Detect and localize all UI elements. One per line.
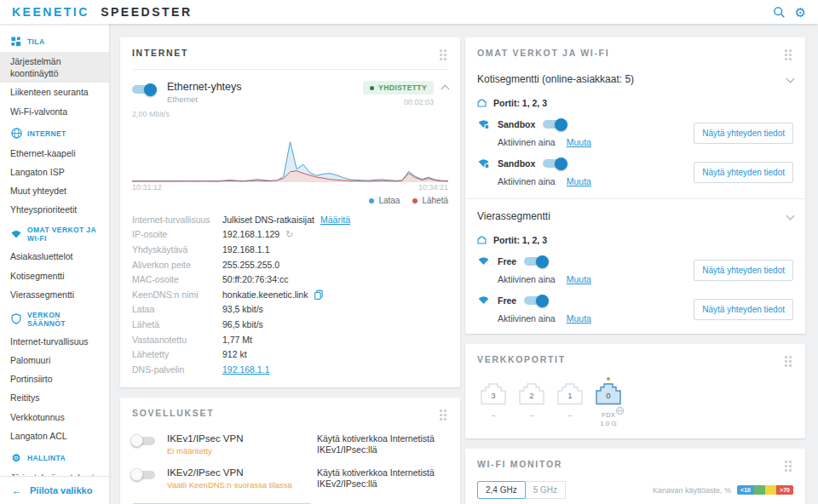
- drag-handle-icon[interactable]: [438, 408, 448, 422]
- drag-handle-icon[interactable]: [783, 459, 793, 473]
- sidebar-item-asiakasluettelot[interactable]: Asiakasluettelot: [0, 247, 109, 266]
- show-connection-details-button[interactable]: Näytä yhteyden tiedot: [694, 123, 793, 144]
- internet-card: INTERNET Ethernet-yhteys Ethernet: [120, 37, 460, 387]
- detail-value-link[interactable]: 192.168.1.1: [222, 364, 269, 375]
- detail-row-internet-turvallisuus: Internet-turvallisuusJulkiset DNS-ratkai…: [132, 212, 448, 227]
- collapse-menu-button[interactable]: ← Piilota valikko: [0, 476, 109, 504]
- detail-row-aliverkon-peite: Aliverkon peite255.255.255.0: [132, 257, 448, 272]
- detail-value: 93,5 kbit/s: [222, 304, 263, 314]
- sidebar-item-yhteysprioriteetit[interactable]: Yhteysprioriteetit: [0, 200, 109, 219]
- sidebar-item-internet-turvallisuus[interactable]: Internet-turvallisuus: [0, 332, 109, 351]
- drag-handle-icon[interactable]: [438, 48, 448, 62]
- detail-row-l-het: Lähetä96,5 kbit/s: [132, 317, 448, 332]
- sidebar-item-reititys[interactable]: Reititys: [0, 388, 109, 407]
- m-rit-link[interactable]: Määritä: [320, 215, 350, 225]
- chevron-down-icon[interactable]: [786, 74, 795, 83]
- chevron-down-icon[interactable]: [786, 211, 795, 220]
- connection-details-list: Internet-turvallisuusJulkiset DNS-ratkai…: [132, 212, 448, 377]
- network-sandbox: SandboxAktiivinen ainaMuutaNäytä yhteyde…: [477, 119, 793, 147]
- change-schedule-link[interactable]: Muuta: [567, 313, 591, 324]
- sidebar-item-muut-yhteydet[interactable]: Muut yhteydet: [0, 181, 109, 200]
- detail-row-mac-osoite: MAC-osoite50:ff:20:76:34:cc: [132, 272, 448, 287]
- refresh-icon[interactable]: ↻: [285, 230, 293, 239]
- app-toggle[interactable]: [132, 437, 155, 445]
- detail-row-keendns-n-nimi: KeenDNS:n nimihonkatie.keenetic.link: [132, 287, 448, 302]
- detail-value: 255.255.255.0: [222, 260, 279, 270]
- ethernet-port-icon: 1: [556, 382, 585, 409]
- sidebar: TILAJärjestelmän koontinäyttöLiikenteen …: [0, 24, 109, 504]
- status-badge: YHDISTETTY: [363, 81, 434, 94]
- show-connection-details-button[interactable]: Näytä yhteyden tiedot: [694, 260, 793, 281]
- sidebar-item-vierassegmentti[interactable]: Vierassegmentti: [0, 285, 109, 304]
- globe-badge-icon: [615, 406, 625, 415]
- sidebar-section-label: TILA: [27, 37, 44, 46]
- link-status-dot: [607, 377, 610, 381]
- network-segments: Kotisegmentti (online-asiakkaat: 5)Porti…: [477, 73, 793, 324]
- show-connection-details-button[interactable]: Näytä yhteyden tiedot: [694, 299, 793, 320]
- port-icon: [477, 235, 487, 245]
- network-free: FreeAktiivinen ainaMuutaNäytä yhteyden t…: [477, 256, 793, 284]
- search-icon[interactable]: [773, 6, 786, 19]
- copy-icon[interactable]: [314, 289, 324, 300]
- change-schedule-link[interactable]: Muuta: [567, 274, 591, 284]
- ethernet-port-icon: 2: [517, 382, 546, 409]
- sidebar-item-liikenteen-seuranta[interactable]: Liikenteen seuranta: [0, 83, 109, 101]
- drag-handle-icon[interactable]: [783, 48, 793, 62]
- sidebar-item-verkkotunnus[interactable]: Verkkotunnus: [0, 408, 109, 427]
- band-tab-5-ghz[interactable]: 5 GHz: [525, 481, 566, 499]
- internet-card-title: INTERNET: [132, 48, 188, 58]
- detail-label: IP-osoite: [132, 229, 222, 239]
- change-schedule-link[interactable]: Muuta: [567, 176, 591, 186]
- traffic-chart-ylabel: 2,00 Mbit/s: [132, 110, 448, 118]
- ethernet-connection-toggle[interactable]: [132, 85, 155, 94]
- app-toggle[interactable]: [132, 471, 155, 479]
- sidebar-item-wi-fi-valvonta[interactable]: Wi-Fi-valvonta: [0, 102, 109, 121]
- network-toggle[interactable]: [543, 120, 566, 129]
- status-dot-icon: [370, 86, 374, 90]
- legend-item-lataa: Lataa: [369, 196, 400, 205]
- sidebar-item-ethernet-kaapeli[interactable]: Ethernet-kaapeli: [0, 144, 109, 163]
- sidebar-item-j-rjestelm-n-koontin-ytt[interactable]: Järjestelmän koontinäyttö: [0, 52, 109, 83]
- detail-label: Lataa: [132, 304, 222, 314]
- ports-row: 3–2–1–0FDX1.0 G: [477, 377, 793, 428]
- drag-handle-icon[interactable]: [783, 354, 793, 369]
- network-toggle[interactable]: [524, 296, 547, 305]
- detail-row-ip-osoite: IP-osoite192.168.1.129↻: [132, 227, 448, 243]
- detail-label: Lähetä: [132, 319, 222, 329]
- svg-text:2: 2: [529, 391, 533, 400]
- chevron-up-icon[interactable]: [441, 85, 450, 94]
- network-ssid: Sandbox: [498, 119, 535, 129]
- sidebar-item-kotisegmentti[interactable]: Kotisegmentti: [0, 266, 109, 285]
- app-description: Käytä kotiverkkoa Internetistä IKEv1/IPs…: [317, 433, 448, 456]
- band-tab-2-4-ghz[interactable]: 2,4 GHz: [477, 481, 526, 499]
- port-status: –: [556, 411, 585, 420]
- shield-icon: [10, 313, 22, 325]
- app-status: Vaatii KeenDNS:n suorassa tilassa: [167, 480, 308, 490]
- sidebar-item-langaton-isp[interactable]: Langaton ISP: [0, 163, 109, 181]
- traffic-chart: [132, 119, 448, 182]
- connection-name: Ethernet-yhteys: [167, 81, 242, 93]
- sidebar-item-portinsiirto[interactable]: Portinsiirto: [0, 369, 109, 388]
- network-ports-card-title: VERKKOPORTIT: [477, 354, 566, 364]
- detail-row-lataa: Lataa93,5 kbit/s: [132, 302, 448, 318]
- app-name: IKEv1/IPsec VPN: [167, 433, 308, 444]
- applications-card-title: SOVELLUKSET: [132, 408, 214, 418]
- network-schedule: Aktiivinen aina: [498, 274, 556, 284]
- network-toggle[interactable]: [543, 159, 566, 168]
- sidebar-item-langaton-acl[interactable]: Langaton ACL: [0, 427, 109, 445]
- sidebar-item-palomuuri[interactable]: Palomuuri: [0, 351, 109, 369]
- connection-subtitle: Ethernet: [167, 94, 242, 104]
- change-schedule-link[interactable]: Muuta: [567, 137, 591, 147]
- detail-value: 50:ff:20:76:34:cc: [222, 274, 288, 284]
- detail-value: Julkiset DNS-ratkaisijat: [222, 215, 314, 225]
- divider: [465, 198, 805, 199]
- show-connection-details-button[interactable]: Näytä yhteyden tiedot: [694, 162, 793, 183]
- network-toggle[interactable]: [524, 257, 547, 266]
- grid-icon: [10, 36, 22, 48]
- settings-gear-icon[interactable]: ⚙: [795, 6, 806, 19]
- app-row-ikev1-ipsec-vpn: IKEv1/IPsec VPNEi määritettyKäytä kotive…: [132, 433, 448, 456]
- segment-ports-label: Portit: 1, 2, 3: [493, 98, 547, 108]
- port-0: 0FDX1.0 G: [594, 377, 623, 428]
- detail-label: Internet-turvallisuus: [132, 215, 222, 225]
- sidebar-section-label: OMAT VERKOT JA WI-FI: [27, 226, 99, 243]
